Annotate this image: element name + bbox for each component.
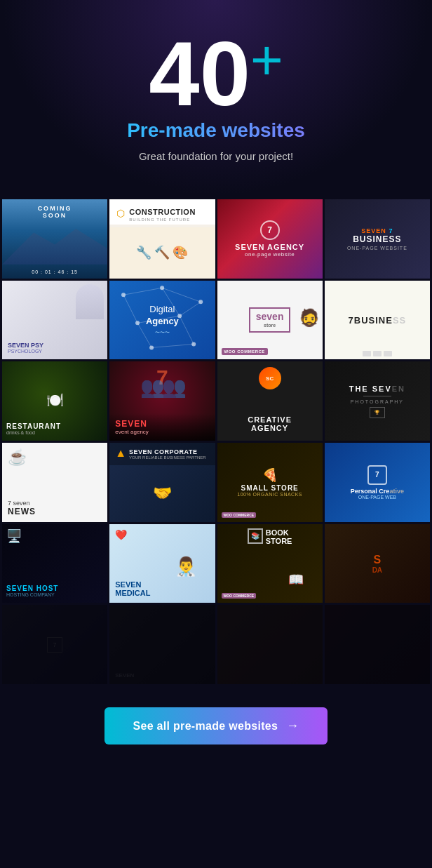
dim2-label: SEVEN: [115, 672, 134, 679]
tile-digital-agency[interactable]: DigitalAgency 〜〜〜: [109, 281, 215, 360]
restaurant-labels: RESTAURANT drinks & food: [6, 422, 61, 435]
tile-seven-event[interactable]: 7 SEVEN event agency 👥👥: [109, 361, 215, 441]
tile-dim-2[interactable]: SEVEN: [109, 605, 215, 684]
creative-title: CREATIVE: [248, 415, 292, 424]
host-title: SEVEN HOST: [6, 585, 58, 592]
hero-number-container: 40+: [14, 28, 418, 119]
thesev-divider: [363, 396, 391, 396]
host-sub: HOSTING COMPANY: [6, 592, 58, 597]
tile-seven-store[interactable]: sevenstore WOO COMMERCE 🧔: [217, 281, 323, 360]
event-sub: event agency: [115, 429, 209, 435]
dim1-content: 7: [2, 605, 107, 684]
digital-agency-icon: 〜〜〜: [155, 329, 170, 336]
tool-wrench-icon: 🔧: [136, 245, 151, 260]
7biz-label: 7BUSINESS: [349, 315, 407, 326]
corporate-title: SEVEN CORPORATE: [129, 448, 205, 455]
book-store-woo: WOO COMMERCE: [222, 587, 257, 600]
see-all-button[interactable]: See all pre-made websites →: [104, 707, 327, 745]
thesev-badge: 🏆: [370, 407, 385, 418]
restaurant-plate-icon: 🍽️: [46, 391, 64, 408]
construction-sub: BUILDING THE FUTURE: [129, 218, 196, 222]
tile-restaurant[interactable]: 🍽️ RESTAURANT drinks & food: [2, 361, 107, 441]
medical-heart-icon: ❤️: [115, 528, 127, 541]
psy-figure: [76, 284, 104, 319]
tile-7biz[interactable]: 7BUSINESS: [325, 281, 430, 360]
pizza-icon: 🍕: [262, 467, 278, 483]
medical-doctor: 👨‍⚕️: [157, 527, 215, 603]
restaurant-sub: drinks & food: [6, 430, 61, 435]
construction-header: ⬡ CONSTRUCTION BUILDING THE FUTURE: [109, 199, 215, 225]
tile-book-store[interactable]: 📚 BOOK STORE WOO COMMERCE 📖: [217, 524, 323, 603]
tile-construction[interactable]: ⬡ CONSTRUCTION BUILDING THE FUTURE 🔧 🔨 🎨: [109, 199, 215, 279]
book-store-icon-box: 📚: [248, 528, 263, 544]
construction-icon: ⬡: [116, 208, 125, 219]
personal-box: 7: [367, 465, 387, 485]
tile-seven-agency[interactable]: 7 SEVEN AGENCY one-page website: [217, 199, 323, 279]
corporate-handshake: 🤝: [109, 465, 215, 522]
tile-small-store[interactable]: 🍕 SMALL STORE 100% ORGANIC SNACKS WOO CO…: [217, 443, 323, 522]
hero-description: Great foundation for your project!: [14, 150, 418, 162]
tile-seven-corporate[interactable]: ▲ SEVEN CORPORATE YOUR RELIABLE BUSINESS…: [109, 443, 215, 522]
tile-the-sev[interactable]: THE SEVEN PHOTOGRAPHY 🏆: [325, 361, 430, 441]
dim2-content: SEVEN: [109, 605, 215, 684]
seven-business-title: BUSINESS: [353, 234, 401, 244]
seven-news-title: NEWS: [8, 507, 36, 516]
seven-agency-overlay: 7 SEVEN AGENCY one-page website: [217, 199, 323, 279]
tool-hammer-icon: 🔨: [154, 245, 170, 260]
store-person-icon: 🧔: [299, 308, 320, 328]
personal-overlay: 7 Personal Creative ONE-PAGE WEB: [325, 443, 430, 522]
seven-psy-title: SEVEN PSY: [8, 342, 43, 349]
restaurant-title: RESTAURANT: [6, 422, 61, 430]
digital-agency-text: DigitalAgency: [146, 304, 179, 328]
seven-business-sub: ONE-PAGE WEBSITE: [347, 246, 407, 251]
store-sub: store: [256, 323, 284, 328]
seven-agency-circle: 7: [260, 220, 280, 240]
book-store-title: BOOK: [266, 528, 292, 537]
dim3-content: [217, 605, 323, 684]
tile-seven-news[interactable]: 7 seven NEWS ☕: [2, 443, 107, 522]
creative-sub: AGENCY: [251, 424, 288, 432]
seven-news-name: 7 seven: [8, 500, 30, 507]
personal-title: Personal Creative: [351, 488, 404, 495]
thesev-sub: PHOTOGRAPHY: [351, 399, 404, 404]
small-store-woo: WOO COMMERCE: [222, 507, 257, 519]
corporate-sub: YOUR RELIABLE BUSINESS PARTNER: [129, 455, 205, 460]
tile-seven-psy[interactable]: SEVEN PSY PSYCHOLOGY: [2, 281, 107, 360]
construction-title: CONSTRUCTION: [129, 208, 196, 216]
tile-dim-4[interactable]: [325, 605, 430, 684]
tile-seven-business[interactable]: SEVEN 7 BUSINESS ONE-PAGE WEBSITE: [325, 199, 430, 279]
book-store-sub: STORE: [266, 537, 292, 545]
thesev-title: THE SEVEN: [349, 385, 405, 393]
tile-coming-soon[interactable]: COMINGSOON 00 : 01 : 46 : 15: [2, 199, 107, 279]
book-store-header: 📚 BOOK STORE: [217, 528, 323, 545]
tile-personal-cre[interactable]: 7 Personal Creative ONE-PAGE WEB: [325, 443, 430, 522]
event-text-area: SEVEN event agency: [109, 413, 215, 441]
book-images: 📖: [270, 556, 323, 603]
website-grid: COMINGSOON 00 : 01 : 46 : 15 ⬡ CONSTRUCT…: [0, 197, 432, 686]
header-section: 40+ Pre-made websites Great foundation f…: [0, 0, 432, 197]
tile-creative-agency[interactable]: SC CREATIVE AGENCY: [217, 361, 323, 441]
tile-dim-3[interactable]: [217, 605, 323, 684]
event-title: SEVEN: [115, 419, 209, 429]
tool-paint-icon: 🎨: [173, 245, 188, 260]
7biz-chairs: [325, 351, 430, 356]
host-labels: SEVEN HOST HOSTING COMPANY: [6, 585, 58, 597]
cta-label: See all pre-made websites: [133, 720, 278, 733]
tile-last4[interactable]: S DA: [325, 524, 430, 603]
host-server-icon: 🖥️: [6, 528, 22, 544]
hero-number: 40: [149, 28, 250, 119]
medical-labels: SEVEN MEDICAL: [115, 580, 150, 597]
news-coffee-icon: ☕: [8, 448, 27, 467]
medical-title: SEVEN: [115, 580, 150, 589]
cta-arrow-icon: →: [286, 719, 299, 733]
tile-seven-host[interactable]: 🖥️ SEVEN HOST HOSTING COMPANY: [2, 524, 107, 603]
personal-sub: ONE-PAGE WEB: [358, 495, 396, 500]
tile-dim-1[interactable]: 7: [2, 605, 107, 684]
tile-seven-medical[interactable]: ❤️ 👨‍⚕️ SEVEN MEDICAL: [109, 524, 215, 603]
seven-agency-sub: one-page website: [245, 251, 295, 258]
coming-soon-timer: 00 : 01 : 46 : 15: [2, 269, 107, 274]
event-crowd: 👥👥: [109, 375, 215, 399]
construction-tools: 🔧 🔨 🎨: [109, 227, 215, 279]
bottom-section: See all pre-made websites →: [0, 686, 432, 773]
small-store-sub: 100% ORGANIC SNACKS: [237, 492, 302, 497]
